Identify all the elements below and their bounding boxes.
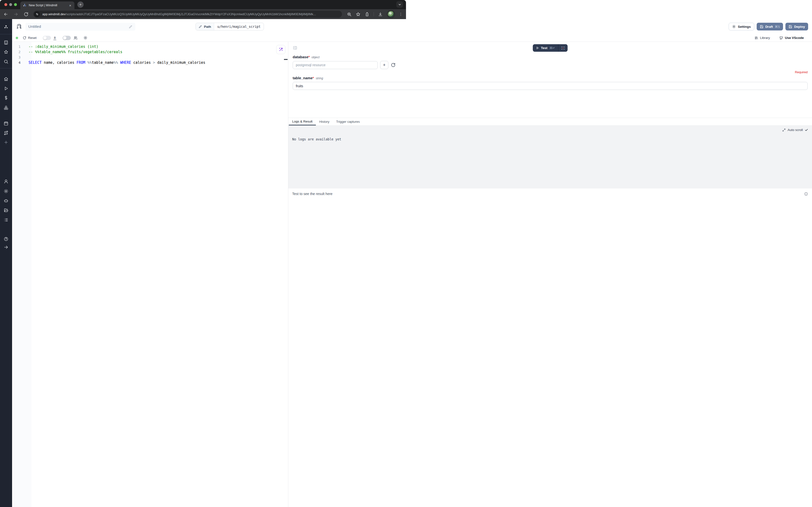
sidebar-item-resources[interactable]: [4, 105, 8, 110]
line-number: 2: [12, 49, 20, 55]
toolbar-separator: [373, 12, 374, 16]
window-minimize-button[interactable]: [9, 3, 12, 6]
path-chip[interactable]: Path u/henri/magical_script: [195, 23, 264, 31]
tab-search-button[interactable]: [396, 1, 403, 8]
magic-wand-icon: [278, 47, 283, 52]
script-title-field[interactable]: [25, 23, 135, 31]
app-sidebar: [0, 19, 12, 253]
args-form: Test ⌘↵ database* object + Required tabl…: [288, 42, 406, 90]
diff-mode-icon[interactable]: ±: [53, 36, 56, 40]
panel-top-row: Test ⌘↵: [293, 44, 406, 52]
diff-toggle[interactable]: [43, 36, 51, 40]
code-line[interactable]: 2 -- %%table_name%% fruits/vegetables/ce…: [12, 49, 288, 55]
toggle-knob: [43, 36, 47, 40]
sidebar-item-search[interactable]: [4, 59, 8, 64]
test-panel: Test ⌘↵ database* object + Required tabl…: [288, 42, 406, 253]
logs-pane: Auto scroll No logs are available yet: [288, 126, 406, 188]
windmill-logo-icon[interactable]: [4, 25, 8, 30]
path-value: u/henri/magical_script: [214, 23, 264, 30]
required-asterisk: *: [308, 55, 310, 59]
browser-toolbar: app.windmill.dev/scripts/add#JTdCJTIyaGF…: [0, 9, 406, 19]
address-bar[interactable]: app.windmill.dev/scripts/add#JTdCJTIyaGF…: [33, 11, 342, 18]
pencil-icon: [199, 25, 202, 28]
status-dot: [16, 37, 18, 39]
table-name-input[interactable]: [293, 82, 406, 90]
tab-close-icon[interactable]: ×: [68, 4, 72, 7]
sidebar-item-home[interactable]: [4, 76, 8, 81]
windmill-favicon: [23, 3, 26, 7]
tab-history[interactable]: History: [316, 118, 333, 125]
sidebar-item-favorites[interactable]: [4, 50, 8, 54]
editor-gutter: [13, 42, 32, 253]
new-tab-button[interactable]: +: [77, 1, 83, 8]
collaborators-icon[interactable]: [73, 36, 78, 40]
autoscroll-control[interactable]: Auto scroll: [292, 128, 406, 132]
collab-toggle[interactable]: [63, 36, 71, 40]
line-number: 3: [12, 55, 20, 60]
sidebar-item-settings[interactable]: [4, 189, 8, 193]
result-placeholder: Test to see the result here: [292, 192, 333, 196]
site-settings-icon[interactable]: [34, 11, 40, 17]
sidebar-item-variables[interactable]: [4, 96, 8, 100]
script-header: Path u/henri/magical_script Settings Dra…: [12, 19, 406, 34]
field-type: string: [315, 76, 323, 80]
url-host: app.windmill.dev: [42, 12, 65, 16]
browser-tab[interactable]: New Script | Windmill ×: [20, 1, 74, 9]
code-editor[interactable]: 1 -- :daily_minimum_calories (int) 2 -- …: [12, 42, 288, 253]
code-line[interactable]: 1 -- :daily_minimum_calories (int): [12, 44, 288, 49]
back-icon[interactable]: [3, 12, 8, 17]
reset-button[interactable]: Reset: [23, 36, 37, 40]
zoom-icon[interactable]: [347, 12, 352, 17]
sidebar-item-runs[interactable]: [4, 86, 8, 91]
script-title-input[interactable]: [28, 24, 129, 29]
extensions-icon[interactable]: [365, 12, 369, 17]
result-pane: Test to see the result here: [288, 188, 406, 253]
editor-settings-gear-icon[interactable]: [83, 36, 88, 40]
edit-pencil-icon: [129, 25, 132, 29]
script-toolbar: Reset ± Library Use VScode: [12, 34, 406, 42]
sidebar-item-schedules[interactable]: [4, 121, 8, 126]
required-asterisk: *: [313, 76, 314, 80]
database-resource-input[interactable]: [293, 61, 378, 69]
sidebar-item-workspace[interactable]: [4, 40, 8, 45]
sidebar-item-logs[interactable]: [4, 218, 8, 222]
logs-empty-message: No logs are available yet: [292, 137, 406, 141]
browser-menu-icon[interactable]: ⋮: [399, 12, 403, 16]
reset-icon: [23, 36, 26, 40]
bookmark-star-icon[interactable]: [356, 12, 360, 17]
profile-avatar[interactable]: [388, 11, 394, 17]
forward-icon[interactable]: [13, 12, 18, 17]
window-zoom-button[interactable]: [14, 3, 17, 6]
field-name: table_name: [293, 76, 313, 80]
reset-label: Reset: [28, 36, 37, 40]
collapse-panel-icon[interactable]: [293, 45, 297, 50]
url-path: /scripts/add#JTdCJTIyaGFzaCUyMiUzQSUyMiU…: [65, 12, 316, 16]
code-line[interactable]: 3: [12, 55, 288, 60]
path-label-segment: Path: [196, 23, 214, 30]
scrollbar-cursor-mark: [284, 59, 288, 60]
sidebar-item-workers[interactable]: [4, 198, 8, 203]
tab-logs-result[interactable]: Logs & Result: [289, 118, 316, 125]
field-name: database: [293, 55, 308, 59]
code-line[interactable]: 4 SELECT name, calories FROM %%table_nam…: [12, 60, 288, 65]
sidebar-divider: [0, 68, 12, 68]
chevron-down-icon: [398, 3, 401, 6]
add-resource-button[interactable]: +: [380, 61, 388, 69]
download-icon[interactable]: [378, 12, 383, 17]
tab-trigger-captures[interactable]: Trigger captures: [333, 118, 363, 125]
sidebar-expand-icon[interactable]: [4, 245, 8, 249]
sidebar-item-routes[interactable]: [4, 130, 8, 135]
sidebar-item-folders[interactable]: [4, 208, 8, 213]
refresh-resources-icon[interactable]: [391, 63, 396, 67]
reload-icon[interactable]: [24, 12, 28, 17]
line-number: 1: [12, 44, 20, 49]
window-close-button[interactable]: [4, 3, 7, 6]
database-input-row: +: [293, 61, 406, 69]
ai-assistant-button[interactable]: [276, 45, 285, 54]
sidebar-item-help[interactable]: [4, 237, 8, 241]
sidebar-item-users[interactable]: [4, 179, 8, 184]
required-error: Required: [293, 70, 406, 74]
field-label-table-name: table_name* string: [293, 76, 406, 80]
sidebar-item-add[interactable]: [4, 140, 8, 145]
line-number-active: 4: [12, 60, 20, 65]
